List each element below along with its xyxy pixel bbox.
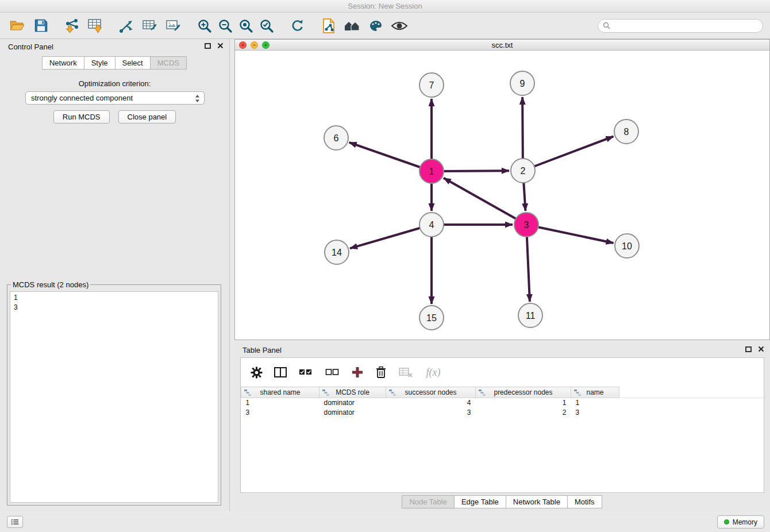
- mcds-result-text[interactable]: 1 3: [10, 291, 218, 503]
- table-tab-network-table[interactable]: Network Table: [506, 495, 568, 508]
- open-file-button[interactable]: [7, 15, 28, 37]
- maximize-window-icon: [263, 41, 269, 49]
- node-3[interactable]: 3: [514, 213, 538, 237]
- column-header-mcds-role[interactable]: MCDS role: [319, 387, 386, 398]
- zoom-fit-button[interactable]: [236, 15, 256, 37]
- optimization-dropdown[interactable]: strongly connected component: [25, 91, 205, 105]
- table-row[interactable]: 3dominator323: [241, 408, 764, 418]
- zoom-in-button[interactable]: [194, 15, 215, 37]
- edge-4-14[interactable]: [350, 225, 432, 248]
- table-cell[interactable]: 1: [571, 398, 619, 408]
- node-8[interactable]: 8: [614, 119, 638, 144]
- control-tab-style[interactable]: Style: [84, 56, 116, 70]
- table-cell[interactable]: dominator: [319, 398, 386, 408]
- maximize-window-button[interactable]: [262, 41, 270, 49]
- import-table-button[interactable]: [85, 15, 106, 37]
- table-cell-filler: [619, 398, 764, 408]
- new-network-button[interactable]: [116, 15, 137, 37]
- unchecked-boxes-icon: [325, 367, 339, 378]
- control-tab-mcds[interactable]: MCDS: [150, 56, 187, 70]
- function-builder-button[interactable]: f(x): [424, 361, 443, 383]
- table-cell[interactable]: 1: [476, 398, 571, 408]
- close-window-button[interactable]: [239, 41, 247, 49]
- memory-button[interactable]: Memory: [717, 515, 764, 529]
- table-cell[interactable]: 3: [571, 408, 619, 418]
- table-cell[interactable]: 1: [241, 398, 319, 408]
- table-tab-edge-table[interactable]: Edge Table: [454, 495, 506, 508]
- show-columns-button[interactable]: [273, 361, 288, 383]
- ndex-button[interactable]: [342, 15, 363, 37]
- edge-1-6[interactable]: [349, 142, 432, 171]
- export-table-button[interactable]: [140, 15, 160, 37]
- network-graph[interactable]: 7968124314101511: [235, 51, 769, 340]
- export-image-button[interactable]: [163, 15, 184, 37]
- table-cell[interactable]: dominator: [319, 408, 386, 418]
- import-network-button[interactable]: [61, 15, 82, 37]
- table-row[interactable]: 1dominator411: [241, 398, 764, 408]
- column-header-successor-nodes[interactable]: successor nodes: [386, 387, 476, 398]
- unselect-all-columns-button[interactable]: [324, 361, 341, 383]
- refresh-view-button[interactable]: [287, 15, 308, 37]
- close-panel-button[interactable]: Close panel: [118, 110, 176, 124]
- edge-3-10[interactable]: [526, 225, 614, 243]
- table-tab-motifs[interactable]: Motifs: [567, 495, 602, 508]
- search-box[interactable]: [598, 19, 763, 33]
- save-session-button[interactable]: [30, 15, 51, 37]
- memory-label: Memory: [733, 518, 757, 526]
- table-cell[interactable]: 2: [476, 408, 571, 418]
- float-panel-icon[interactable]: [205, 43, 211, 49]
- show-details-button[interactable]: [389, 15, 410, 37]
- refresh-icon: [290, 18, 305, 33]
- close-table-panel-icon[interactable]: [758, 346, 764, 352]
- minimize-window-button[interactable]: [251, 41, 258, 49]
- svg-text:1: 1: [429, 167, 434, 176]
- search-input[interactable]: [613, 21, 758, 30]
- run-mcds-button[interactable]: Run MCDS: [53, 110, 110, 124]
- apply-style-button[interactable]: [365, 15, 386, 37]
- column-header-predecessor-nodes[interactable]: predecessor nodes: [476, 387, 571, 398]
- table-cell[interactable]: 4: [386, 398, 476, 408]
- table-settings-button[interactable]: [249, 361, 264, 383]
- node-15[interactable]: 15: [419, 306, 444, 330]
- close-control-panel-icon[interactable]: [217, 43, 224, 49]
- float-table-panel-icon[interactable]: [745, 346, 752, 352]
- network-window-titlebar: scc.txt: [235, 40, 769, 51]
- column-type-icon: [244, 390, 251, 396]
- table-cell[interactable]: 3: [241, 408, 319, 418]
- control-panel-header: Control Panel: [0, 39, 229, 54]
- zoom-out-button[interactable]: [215, 15, 236, 37]
- delete-columns-button[interactable]: [374, 361, 388, 383]
- create-column-button[interactable]: [350, 361, 365, 383]
- table-cell[interactable]: 3: [386, 408, 476, 418]
- node-14[interactable]: 14: [325, 240, 349, 264]
- close-window-icon: [240, 41, 246, 49]
- column-header-shared-name[interactable]: shared name: [241, 387, 319, 398]
- column-header-name[interactable]: name: [571, 387, 619, 398]
- delete-table-button[interactable]: [397, 361, 414, 383]
- zoom-selected-button[interactable]: [256, 15, 277, 37]
- node-4[interactable]: 4: [419, 213, 444, 237]
- clone-network-button[interactable]: [318, 15, 339, 37]
- control-tab-network[interactable]: Network: [42, 56, 84, 70]
- node-10[interactable]: 10: [615, 234, 639, 258]
- edge-2-8[interactable]: [523, 136, 614, 171]
- app-window: Session: New Session: [0, 0, 770, 532]
- node-6[interactable]: 6: [324, 126, 348, 150]
- checked-boxes-icon: [299, 367, 313, 378]
- table-tab-node-table[interactable]: Node Table: [402, 495, 455, 508]
- node-11[interactable]: 11: [518, 303, 542, 327]
- node-9[interactable]: 9: [510, 71, 534, 95]
- node-2[interactable]: 2: [511, 159, 535, 183]
- control-tab-select[interactable]: Select: [115, 56, 151, 70]
- export-image-icon: [165, 18, 182, 33]
- node-1[interactable]: 1: [419, 159, 444, 183]
- select-all-columns-button[interactable]: [297, 361, 314, 383]
- window-title: Session: New Session: [348, 2, 422, 10]
- node-7[interactable]: 7: [419, 73, 444, 97]
- zoom-in-icon: [197, 18, 212, 33]
- edge-3-1[interactable]: [444, 178, 526, 225]
- mcds-result-title: MCDS result (2 nodes): [11, 280, 90, 289]
- table-cell-filler: [619, 408, 764, 418]
- minimize-window-icon: [251, 41, 257, 49]
- task-history-button[interactable]: [7, 516, 23, 528]
